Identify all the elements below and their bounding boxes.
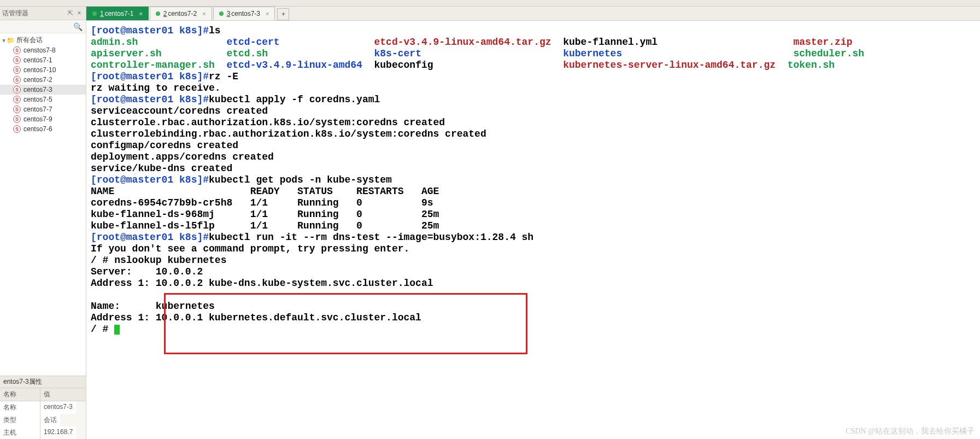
ls-dir: kubernetes xyxy=(563,48,622,59)
ls-file: scheduler.sh xyxy=(793,48,864,59)
shell-prompt: [root@master01 k8s]# xyxy=(91,25,209,36)
cmd-rz: rz -E xyxy=(209,71,238,82)
tab-close-icon[interactable]: × xyxy=(139,10,142,17)
props-key: 类型 xyxy=(0,414,40,426)
tab-label: centos7-2 xyxy=(168,10,197,17)
props-row: 名称centos7-3 xyxy=(0,401,86,414)
panel-title: 话管理器 xyxy=(2,9,66,18)
session-item[interactable]: Scentos7-2 xyxy=(0,75,86,85)
session-label: centso7-6 xyxy=(24,125,52,133)
ls-archive: etcd-v3.4.9-linux-amd64.tar.gz xyxy=(374,37,551,48)
run-hint: If you don't see a command prompt, try p… xyxy=(91,243,409,254)
session-item[interactable]: Scentos7-7 xyxy=(0,104,86,114)
props-value: 会话 xyxy=(40,414,60,426)
tab-bar: 1 centos7-1×2 centos7-2×3 centos7-3× + xyxy=(86,7,980,21)
pods-header: NAME READY STATUS RESTARTS AGE xyxy=(91,186,439,197)
apply-line: deployment.apps/coredns created xyxy=(91,151,274,162)
session-icon: S xyxy=(13,96,21,103)
terminal-output[interactable]: [root@master01 k8s]#ls admin.sh etcd-cer… xyxy=(86,21,980,439)
cmd-getpods: kubectl get pods -n kube-system xyxy=(209,174,392,185)
main-area: 1 centos7-1×2 centos7-2×3 centos7-3× + [… xyxy=(86,7,980,439)
session-label: centos7-7 xyxy=(24,106,52,113)
nslookup-name: Name: kubernetes xyxy=(91,301,215,312)
tab-close-icon[interactable]: × xyxy=(202,10,206,17)
session-item[interactable]: Scentos7-9 xyxy=(0,114,86,124)
tab-close-icon[interactable]: × xyxy=(266,10,269,17)
ls-archive: master.zip xyxy=(793,37,852,48)
session-icon: S xyxy=(13,86,21,93)
session-icon: S xyxy=(13,76,21,84)
nslookup-server: Server: 10.0.0.2 xyxy=(91,266,203,277)
session-label: censtos7-8 xyxy=(24,46,56,54)
close-icon[interactable]: × xyxy=(75,9,84,17)
session-label: centos7-10 xyxy=(24,66,56,74)
pods-row: kube-flannel-ds-968mj 1/1 Running 0 25m xyxy=(91,209,439,220)
apply-line: serviceaccount/coredns created xyxy=(91,106,268,116)
props-value: 192.168.7 xyxy=(40,426,76,439)
session-label: centos7-9 xyxy=(24,115,52,123)
session-tab[interactable]: 3 centos7-3× xyxy=(213,7,275,20)
cmd-apply: kubectl apply -f coredns.yaml xyxy=(209,94,380,105)
shell-prompt: [root@master01 k8s]# xyxy=(91,94,209,105)
ls-file: etcd.sh xyxy=(226,48,268,59)
new-tab-button[interactable]: + xyxy=(277,8,289,20)
shell-prompt: [root@master01 k8s]# xyxy=(91,232,209,243)
props-value: centos7-3 xyxy=(40,401,76,414)
session-tab[interactable]: 2 centos7-2× xyxy=(150,7,212,20)
session-item[interactable]: Scenstos7-8 xyxy=(0,45,86,55)
ls-file: kube-flannel.yml xyxy=(563,37,658,48)
cmd-ls: ls xyxy=(209,25,221,36)
session-item[interactable]: Scentos7-5 xyxy=(0,95,86,104)
session-icon: S xyxy=(13,125,21,133)
session-item[interactable]: Scentos7-3 xyxy=(0,85,86,95)
session-label: centos7-2 xyxy=(24,76,52,84)
ls-file: controller-manager.sh xyxy=(91,60,215,71)
props-key: 名称 xyxy=(0,401,40,414)
ls-archive: kubernetes-server-linux-amd64.tar.gz xyxy=(563,60,776,71)
tab-number: 3 xyxy=(227,10,231,17)
ls-dir: etcd-cert xyxy=(226,37,279,48)
terminal-cursor xyxy=(114,325,120,335)
shell-prompt: [root@master01 k8s]# xyxy=(91,174,209,185)
session-label: centos7-1 xyxy=(24,56,52,64)
highlight-box xyxy=(164,293,527,354)
pin-icon[interactable]: ⇱ xyxy=(66,9,75,17)
root-label: 所有会话 xyxy=(16,36,43,45)
session-icon: S xyxy=(13,106,21,113)
ls-file: apiserver.sh xyxy=(91,48,162,59)
tree-root[interactable]: ▾ 📁 所有会话 xyxy=(0,35,86,45)
props-col-name: 名称 xyxy=(0,388,40,401)
ls-file: token.sh xyxy=(788,60,835,71)
status-dot-icon xyxy=(156,11,160,16)
props-title: entos7-3属性 xyxy=(3,377,42,387)
watermark: CSDN @站在这别动，我去给你买橘子 xyxy=(846,426,975,436)
session-icon: S xyxy=(13,46,21,54)
session-item[interactable]: Scentos7-1 xyxy=(0,55,86,65)
session-item[interactable]: Scentso7-6 xyxy=(0,124,86,134)
status-dot-icon xyxy=(92,11,97,16)
status-dot-icon xyxy=(219,11,224,16)
props-row: 主机192.168.7 xyxy=(0,426,86,439)
session-item[interactable]: Scentos7-10 xyxy=(0,65,86,75)
apply-line: service/kube-dns created xyxy=(91,163,232,174)
nslookup-addr2: Address 1: 10.0.0.1 kubernetes.default.s… xyxy=(91,312,421,323)
nslookup-addr1: Address 1: 10.0.0.2 kube-dns.kube-system… xyxy=(91,278,433,289)
props-row: 类型会话 xyxy=(0,414,86,426)
session-icon: S xyxy=(13,56,21,64)
session-tree: ▾ 📁 所有会话 Scenstos7-8Scentos7-1Scentos7-1… xyxy=(0,33,86,376)
ls-dir: k8s-cert xyxy=(374,48,421,59)
cmd-nslookup: nslookup kubernetes xyxy=(114,255,226,266)
ls-file: kubeconfig xyxy=(374,60,433,71)
session-icon: S xyxy=(13,115,21,123)
panel-header: 话管理器 ⇱ × xyxy=(0,7,86,20)
rz-wait: rz waiting to receive. xyxy=(91,83,221,93)
ls-file: admin.sh xyxy=(91,37,138,48)
apply-line: clusterrole.rbac.authorization.k8s.io/sy… xyxy=(91,117,445,128)
search-icon[interactable]: 🔍 xyxy=(73,22,83,31)
ls-dir: etcd-v3.4.9-linux-amd64 xyxy=(226,60,362,71)
tab-number: 2 xyxy=(163,10,167,17)
session-icon: S xyxy=(13,66,21,74)
session-tab[interactable]: 1 centos7-1× xyxy=(86,7,149,20)
session-label: centos7-5 xyxy=(24,96,52,103)
collapse-icon[interactable]: ▾ xyxy=(2,37,5,44)
